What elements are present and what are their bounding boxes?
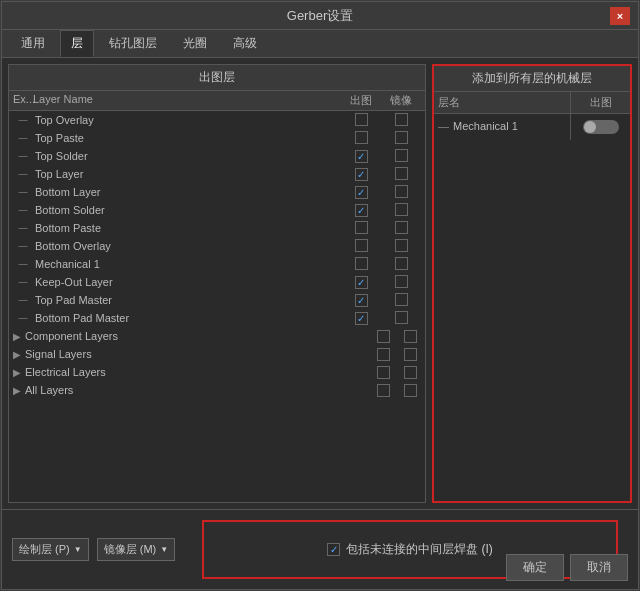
check-mirror[interactable]: [395, 113, 408, 126]
check-mirror[interactable]: [395, 257, 408, 270]
tab-drill[interactable]: 钻孔图层: [98, 30, 168, 57]
tab-aperture[interactable]: 光圈: [172, 30, 218, 57]
check-output[interactable]: [355, 113, 368, 126]
layer-name: Top Solder: [33, 150, 341, 162]
tab-advanced[interactable]: 高级: [222, 30, 268, 57]
table-row: — Top Layer: [9, 165, 425, 183]
table-row: — Bottom Pad Master: [9, 309, 425, 327]
check-mirror[interactable]: [395, 293, 408, 306]
group-check-output[interactable]: [377, 366, 390, 379]
table-row: — Bottom Solder: [9, 201, 425, 219]
group-check-mirror[interactable]: [404, 348, 417, 361]
check-mirror[interactable]: [395, 221, 408, 234]
tab-general[interactable]: 通用: [10, 30, 56, 57]
action-buttons: 确定 取消: [506, 554, 628, 581]
right-layer-name: Mechanical 1: [453, 120, 518, 132]
right-panel-col-headers: 层名 出图: [434, 92, 630, 114]
check-mirror[interactable]: [395, 131, 408, 144]
draw-layer-dropdown[interactable]: 绘制层 (P) ▼: [12, 538, 89, 561]
expand-icon: ▶: [13, 385, 21, 396]
check-output[interactable]: [355, 239, 368, 252]
right-panel-body: — Mechanical 1: [434, 114, 630, 140]
check-output[interactable]: [355, 276, 368, 289]
group-check-output[interactable]: [377, 330, 390, 343]
check-mirror[interactable]: [395, 311, 408, 324]
layer-name: Mechanical 1: [33, 258, 341, 270]
col-check-header: 出图: [341, 93, 381, 108]
col-ex-header: Ex...: [13, 93, 33, 108]
right-layer-names: — Mechanical 1: [434, 114, 570, 138]
group-check-output[interactable]: [377, 384, 390, 397]
layer-name: Keep-Out Layer: [33, 276, 341, 288]
layer-name: Bottom Overlay: [33, 240, 341, 252]
check-output[interactable]: [355, 186, 368, 199]
chevron-down-icon: ▼: [74, 545, 82, 554]
toggle-knob: [584, 121, 596, 133]
include-unconnected-label: 包括未连接的中间层焊盘 (I): [346, 541, 493, 558]
layer-name: Bottom Layer: [33, 186, 341, 198]
list-item[interactable]: ▶ All Layers: [9, 381, 425, 399]
main-window: Gerber设置 × 通用 层 钻孔图层 光圈 高级 出图层 Ex... Lay…: [1, 1, 639, 590]
group-check-mirror[interactable]: [404, 384, 417, 397]
group-label: Signal Layers: [25, 348, 92, 360]
left-panel-header: 出图层: [9, 65, 425, 91]
group-check-output[interactable]: [377, 348, 390, 361]
layer-name: Bottom Paste: [33, 222, 341, 234]
check-mirror[interactable]: [395, 167, 408, 180]
table-row: — Keep-Out Layer: [9, 273, 425, 291]
layer-name: Bottom Pad Master: [33, 312, 341, 324]
table-row: — Top Overlay: [9, 111, 425, 129]
col-name-header: Layer Name: [33, 93, 341, 108]
col-mirror-header: 镜像: [381, 93, 421, 108]
right-panel-header: 添加到所有层的机械层: [434, 66, 630, 92]
close-button[interactable]: ×: [610, 7, 630, 25]
check-mirror[interactable]: [395, 203, 408, 216]
list-item[interactable]: ▶ Electrical Layers: [9, 363, 425, 381]
table-row: — Top Solder: [9, 147, 425, 165]
layer-name: Top Layer: [33, 168, 341, 180]
check-output[interactable]: [355, 168, 368, 181]
left-panel: 出图层 Ex... Layer Name 出图 镜像 — Top Overlay…: [8, 64, 426, 503]
check-mirror[interactable]: [395, 239, 408, 252]
check-output[interactable]: [355, 294, 368, 307]
chevron-down-icon: ▼: [160, 545, 168, 554]
cancel-button[interactable]: 取消: [570, 554, 628, 581]
layer-name: Top Paste: [33, 132, 341, 144]
mirror-layer-dropdown[interactable]: 镜像层 (M) ▼: [97, 538, 175, 561]
include-unconnected-check[interactable]: [327, 543, 340, 556]
main-content: 出图层 Ex... Layer Name 出图 镜像 — Top Overlay…: [2, 58, 638, 509]
group-check-mirror[interactable]: [404, 366, 417, 379]
check-output[interactable]: [355, 150, 368, 163]
title-bar: Gerber设置 ×: [2, 2, 638, 30]
expand-icon: ▶: [13, 349, 21, 360]
check-output[interactable]: [355, 131, 368, 144]
table-row: — Bottom Overlay: [9, 237, 425, 255]
expand-icon: ▶: [13, 331, 21, 342]
layer-name: Top Pad Master: [33, 294, 341, 306]
right-panel-checks: [570, 114, 630, 140]
layer-name: Top Overlay: [33, 114, 341, 126]
bottom-bar: 绘制层 (P) ▼ 镜像层 (M) ▼ 包括未连接的中间层焊盘 (I) 确定 取…: [2, 509, 638, 589]
check-output[interactable]: [355, 221, 368, 234]
toggle-mechanical1[interactable]: [583, 120, 619, 134]
check-mirror[interactable]: [395, 275, 408, 288]
group-check-mirror[interactable]: [404, 330, 417, 343]
group-label: Component Layers: [25, 330, 118, 342]
right-col-name-header: 层名: [434, 92, 570, 113]
right-col-check-header: 出图: [570, 92, 630, 113]
table-row: — Top Paste: [9, 129, 425, 147]
tab-layers[interactable]: 层: [60, 30, 94, 57]
layer-name: Bottom Solder: [33, 204, 341, 216]
list-item[interactable]: ▶ Signal Layers: [9, 345, 425, 363]
check-mirror[interactable]: [395, 149, 408, 162]
ok-button[interactable]: 确定: [506, 554, 564, 581]
check-mirror[interactable]: [395, 185, 408, 198]
check-output[interactable]: [355, 312, 368, 325]
right-panel: 添加到所有层的机械层 层名 出图 — Mechanical 1: [432, 64, 632, 503]
check-output[interactable]: [355, 204, 368, 217]
table-row: — Bottom Layer: [9, 183, 425, 201]
bottom-controls: 绘制层 (P) ▼ 镜像层 (M) ▼: [12, 538, 175, 561]
window-title: Gerber设置: [30, 7, 610, 25]
check-output[interactable]: [355, 257, 368, 270]
list-item[interactable]: ▶ Component Layers: [9, 327, 425, 345]
